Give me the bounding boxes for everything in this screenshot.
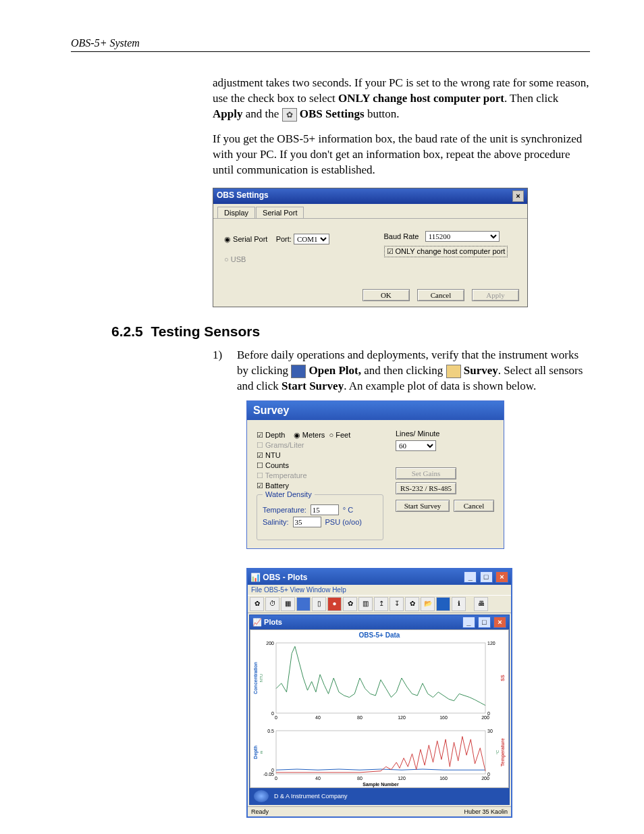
plots-window-title: 📊 OBS - Plots — [250, 573, 307, 582]
set-gains-button: Set Gains — [396, 467, 456, 479]
svg-text:0: 0 — [271, 768, 274, 773]
counts-checkbox[interactable]: ☐ Counts — [257, 461, 383, 470]
water-density-group: Water Density — [263, 490, 315, 498]
svg-text:160: 160 — [439, 776, 448, 781]
svg-text:120: 120 — [398, 776, 406, 781]
tool-gear2-icon[interactable]: ✿ — [343, 597, 357, 611]
svg-text:80: 80 — [357, 776, 363, 781]
open-plot-icon — [291, 365, 306, 378]
svg-text:m: m — [259, 751, 263, 754]
survey-title: Survey — [247, 401, 504, 420]
tool-table-icon[interactable]: ▦ — [281, 597, 295, 611]
svg-text:200: 200 — [481, 776, 489, 781]
status-ready: Ready — [251, 808, 269, 815]
company-logo-icon — [254, 790, 269, 802]
ntu-checkbox[interactable]: ☑ NTU — [257, 451, 383, 460]
status-right: Huber 35 Kaolin — [464, 808, 508, 815]
menu-bar[interactable]: File OBS-5+ View Window Help — [248, 585, 511, 595]
tool-chart-icon[interactable] — [296, 597, 311, 611]
tool-folder-icon[interactable]: 📂 — [421, 597, 435, 611]
close-icon[interactable]: × — [495, 571, 508, 583]
svg-rect-14 — [276, 731, 485, 774]
maximize-icon[interactable]: □ — [480, 571, 493, 583]
tool-info-icon[interactable]: ℹ — [452, 597, 466, 611]
temperature-checkbox: ☐ Temperature — [257, 471, 383, 480]
tool-screen-icon[interactable] — [436, 597, 450, 611]
obs-settings-title: OBS Settings — [217, 190, 269, 202]
tool-gear-icon[interactable]: ✿ — [250, 597, 264, 611]
tool-down-icon[interactable]: ↧ — [390, 597, 404, 611]
svg-text:°C: °C — [495, 750, 500, 754]
tool-print-icon[interactable]: 🖶 — [474, 597, 488, 611]
ok-button[interactable]: OK — [363, 289, 410, 301]
svg-text:Temperature: Temperature — [500, 738, 506, 766]
tool-doc-icon[interactable]: ▯ — [312, 597, 326, 611]
svg-text:200: 200 — [266, 641, 274, 646]
sub-minimize-icon[interactable]: _ — [462, 617, 475, 628]
svg-text:0: 0 — [275, 715, 277, 720]
temperature-field[interactable] — [311, 504, 339, 515]
tool-up-icon[interactable]: ↥ — [374, 597, 388, 611]
svg-text:160: 160 — [439, 715, 448, 720]
plots-footer: D & A Instrument Company — [250, 788, 509, 804]
lines-per-minute-select[interactable]: 60 — [396, 440, 436, 451]
cancel-button[interactable]: Cancel — [417, 289, 464, 301]
svg-text:40: 40 — [315, 715, 321, 720]
depth-checkbox[interactable]: ☑ Depth ◉ Meters ○ Feet — [257, 431, 383, 440]
sub-maximize-icon[interactable]: □ — [478, 617, 491, 628]
tool-clock-icon[interactable]: ⏱ — [265, 597, 279, 611]
chart-area: OBS-5+ Data 0408012016020002000120Concen… — [250, 629, 509, 788]
sub-close-icon[interactable]: × — [493, 617, 506, 628]
port-select[interactable]: COM1 — [294, 234, 329, 244]
plots-subwindow-title: 📈 Plots — [252, 618, 282, 627]
baud-rate-select[interactable]: 115200 — [425, 231, 500, 242]
tool-stop-icon[interactable]: ● — [327, 597, 342, 611]
svg-text:Concentration: Concentration — [253, 662, 258, 694]
paragraph-1: adjustment takes two seconds. If your PC… — [213, 76, 590, 122]
gear-icon — [282, 108, 297, 122]
svg-text:0: 0 — [487, 772, 490, 777]
running-head: OBS-5+ System — [71, 37, 590, 49]
radio-usb: ○ USB — [224, 255, 357, 263]
close-icon[interactable]: × — [512, 190, 524, 202]
radio-feet[interactable]: ○ Feet — [329, 431, 350, 439]
radio-meters[interactable]: ◉ Meters — [294, 431, 325, 439]
battery-checkbox[interactable]: ☑ Battery — [257, 481, 383, 490]
toolbar: ✿ ⏱ ▦ ▯ ● ✿ ▥ ↥ ↧ ✿ 📂 ℹ 🖶 — [248, 595, 511, 613]
minimize-icon[interactable]: _ — [464, 571, 477, 583]
svg-text:0.5: 0.5 — [267, 729, 274, 733]
survey-icon — [446, 365, 461, 378]
svg-text:Depth: Depth — [253, 746, 259, 760]
svg-text:Sample Number: Sample Number — [363, 782, 399, 787]
rs232-button[interactable]: RS-232 / RS-485 — [396, 482, 456, 494]
svg-text:0: 0 — [275, 776, 277, 781]
survey-dialog: Survey ☑ Depth ◉ Meters ○ Feet ☐ Grams/L… — [246, 400, 504, 549]
svg-text:NTU: NTU — [259, 674, 263, 682]
tool-save-icon[interactable]: ▥ — [358, 597, 373, 611]
section-heading: 6.2.5 Testing Sensors — [111, 323, 590, 340]
svg-text:120: 120 — [487, 641, 495, 646]
tab-serial-port[interactable]: Serial Port — [256, 207, 304, 218]
step-1: 1) Before daily operations and deploymen… — [213, 348, 590, 394]
obs-settings-dialog: OBS Settings × Display Serial Port ◉ Ser… — [213, 188, 528, 307]
radio-serial-port[interactable]: ◉ Serial Port Port: COM1 — [224, 234, 357, 244]
header-rule — [71, 51, 590, 52]
plots-window: 📊 OBS - Plots _ □ × File OBS-5+ View Win… — [246, 568, 512, 818]
svg-text:0: 0 — [487, 711, 490, 716]
svg-text:40: 40 — [315, 776, 321, 781]
baud-rate-label: Baud Rate — [384, 232, 419, 240]
svg-text:SS: SS — [500, 675, 505, 681]
only-change-port-checkbox[interactable]: ☑ ONLY change host computer port — [384, 246, 508, 257]
svg-text:0: 0 — [271, 711, 274, 716]
paragraph-2: If you get the OBS-5+ information box, t… — [213, 132, 590, 178]
svg-rect-0 — [276, 643, 485, 713]
svg-text:120: 120 — [398, 715, 406, 720]
survey-cancel-button[interactable]: Cancel — [454, 500, 494, 512]
svg-text:30: 30 — [487, 729, 493, 733]
salinity-field[interactable] — [293, 517, 321, 527]
tab-display[interactable]: Display — [217, 207, 255, 218]
apply-button[interactable]: Apply — [472, 289, 519, 301]
chart-title: OBS-5+ Data — [250, 630, 508, 639]
tool-gear3-icon[interactable]: ✿ — [405, 597, 419, 611]
start-survey-button[interactable]: Start Survey — [396, 500, 450, 512]
